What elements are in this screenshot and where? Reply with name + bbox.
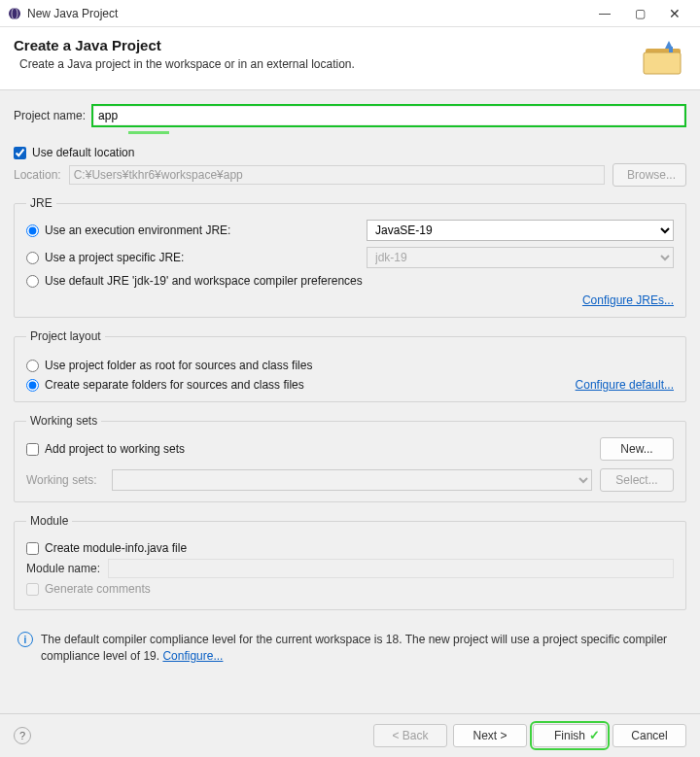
use-default-location-checkbox[interactable] [14, 147, 26, 159]
jre-project-specific-label: Use a project specific JRE: [45, 251, 184, 264]
project-name-highlight [91, 104, 686, 127]
layout-opt1-row: Use project folder as root for sources a… [26, 359, 674, 372]
working-sets-legend: Working sets [26, 414, 101, 428]
svg-rect-4 [669, 47, 673, 52]
jre-project-specific-select: jdk-19 [367, 247, 674, 268]
folder-icon [640, 37, 686, 76]
working-sets-group: Working sets Add project to working sets… [14, 414, 686, 502]
maximize-button[interactable]: ▢ [622, 2, 657, 25]
jre-default-radio[interactable] [26, 275, 39, 288]
jre-legend: JRE [26, 196, 56, 210]
configure-jres-link[interactable]: Configure JREs... [582, 293, 674, 307]
location-label: Location: [14, 168, 61, 182]
configure-default-link[interactable]: Configure default... [576, 378, 674, 392]
window-title: New Java Project [27, 7, 587, 20]
titlebar: New Java Project — ▢ ✕ [0, 0, 700, 27]
add-working-sets-label: Add project to working sets [45, 442, 185, 456]
info-message: i The default compiler compliance level … [14, 622, 686, 671]
wizard-banner: Create a Java Project Create a Java proj… [0, 27, 700, 90]
location-row: Location: Browse... [14, 163, 686, 187]
jre-exec-env-select[interactable]: JavaSE-19 [367, 220, 674, 241]
wizard-content: Project name: Use default location Locat… [0, 90, 700, 713]
ime-underline [128, 131, 169, 134]
next-button[interactable]: Next > [453, 724, 527, 747]
jre-opt2-row: Use a project specific JRE: jdk-19 [26, 247, 674, 268]
svg-point-0 [9, 8, 20, 19]
jre-exec-env-radio[interactable] [26, 224, 39, 237]
layout-root-radio[interactable] [26, 360, 39, 372]
generate-comments-label: Generate comments [45, 582, 151, 596]
new-working-set-button[interactable]: New... [600, 437, 674, 461]
add-working-sets-checkbox[interactable] [26, 443, 39, 456]
layout-separate-radio[interactable] [26, 379, 39, 392]
module-name-label: Module name: [26, 562, 102, 575]
configure-compliance-link[interactable]: Configure... [162, 649, 223, 663]
layout-root-label: Use project folder as root for sources a… [45, 359, 312, 372]
checkmark-icon: ✓ [589, 728, 600, 742]
generate-comments-checkbox [26, 583, 39, 596]
location-input [69, 165, 605, 185]
wizard-heading: Create a Java Project [14, 37, 640, 53]
jre-default-label: Use default JRE 'jdk-19' and workspace c… [45, 274, 363, 288]
browse-button: Browse... [612, 163, 686, 187]
info-text: The default compiler compliance level fo… [41, 632, 682, 665]
close-button[interactable]: ✕ [657, 2, 692, 25]
layout-legend: Project layout [26, 329, 105, 343]
help-button[interactable]: ? [14, 727, 31, 744]
module-group: Module Create module-info.java file Modu… [14, 514, 686, 610]
use-default-location-row: Use default location [14, 146, 686, 159]
eclipse-icon [8, 7, 21, 20]
minimize-button[interactable]: — [587, 2, 622, 25]
layout-opt2-row: Create separate folders for sources and … [26, 378, 674, 392]
module-legend: Module [26, 514, 72, 528]
jre-opt3-row: Use default JRE 'jdk-19' and workspace c… [26, 274, 674, 288]
working-sets-select [112, 469, 592, 491]
working-sets-label: Working sets: [26, 473, 104, 487]
cancel-button[interactable]: Cancel [612, 724, 686, 747]
jre-group: JRE Use an execution environment JRE: Ja… [14, 196, 686, 318]
select-working-set-button: Select... [600, 468, 674, 492]
layout-group: Project layout Use project folder as roo… [14, 329, 686, 402]
project-name-row: Project name: [14, 104, 686, 127]
project-name-input[interactable] [94, 107, 683, 124]
finish-button[interactable]: Finish ✓ [533, 724, 607, 747]
create-module-info-checkbox[interactable] [26, 542, 39, 555]
jre-opt1-row: Use an execution environment JRE: JavaSE… [26, 220, 674, 241]
create-module-info-label: Create module-info.java file [45, 541, 187, 555]
back-button: < Back [373, 724, 447, 747]
svg-rect-3 [644, 52, 681, 74]
project-name-label: Project name: [14, 109, 86, 122]
info-icon: i [18, 632, 33, 647]
use-default-location-label: Use default location [32, 146, 134, 159]
wizard-subheading: Create a Java project in the workspace o… [19, 57, 640, 71]
jre-exec-env-label: Use an execution environment JRE: [45, 224, 230, 237]
layout-separate-label: Create separate folders for sources and … [45, 378, 304, 392]
module-name-input [108, 559, 674, 578]
jre-project-specific-radio[interactable] [26, 252, 39, 264]
button-bar: ? < Back Next > Finish ✓ Cancel [0, 713, 700, 757]
